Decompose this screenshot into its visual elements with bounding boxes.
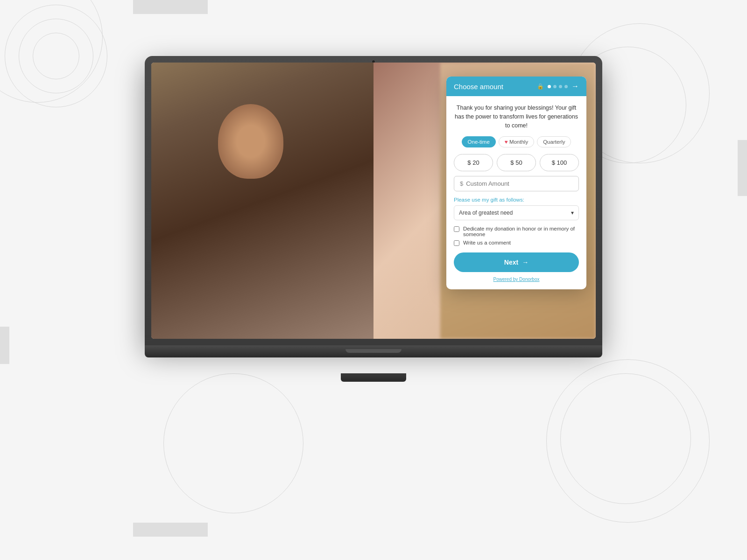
gift-dropdown-value: Area of greatest need [459,210,513,216]
laptop-notch [345,349,402,353]
laptop-stand [341,373,406,382]
modal-header-right: 🔒 → [537,82,579,91]
checkbox-group: Dedicate my donation in honor or in memo… [454,226,579,246]
gift-dropdown[interactable]: Area of greatest need ▾ [454,205,579,220]
bg-rect-right [738,140,747,196]
bg-rect-left [0,327,9,364]
next-label: Next [504,259,518,266]
frequency-tabs: One-time ♥ Monthly Quarterly [454,136,579,147]
bg-circle-bottom-left [163,373,303,513]
amount-btn-50[interactable]: $ 50 [497,154,536,171]
progress-dots [548,85,568,88]
dot-2 [553,85,557,88]
dot-3 [559,85,562,88]
chevron-down-icon: ▾ [571,210,574,216]
modal-tagline: Thank you for sharing your blessings! Yo… [454,104,579,130]
dot-4 [564,85,568,88]
custom-amount-wrapper: $ [454,176,579,191]
donation-modal: Choose amount 🔒 → [446,77,586,289]
dollar-sign: $ [460,180,463,187]
laptop-body: Choose amount 🔒 → [145,56,602,345]
bg-circle-4 [33,33,79,79]
modal-header: Choose amount 🔒 → [446,77,586,96]
checkbox-comment-label: Write us a comment [463,240,511,245]
child-photo [151,63,374,339]
tab-one-time[interactable]: One-time [462,136,496,147]
laptop-screen: Choose amount 🔒 → [151,63,596,339]
laptop-base [145,345,602,357]
header-arrow-icon[interactable]: → [571,82,579,91]
child-face [218,104,283,179]
amount-buttons: $ 20 $ 50 $ 100 [454,154,579,171]
checkbox-dedicate[interactable]: Dedicate my donation in honor or in memo… [454,226,579,237]
checkbox-comment[interactable]: Write us a comment [454,240,579,246]
next-button[interactable]: Next → [454,252,579,272]
bg-rect-top [133,0,208,14]
modal-title: Choose amount [454,83,503,91]
checkbox-dedicate-label: Dedicate my donation in honor or in memo… [463,226,579,237]
modal-body: Thank you for sharing your blessings! Yo… [446,96,586,289]
next-arrow-icon: → [522,259,529,266]
bg-circle-bottom-right-2 [560,373,691,504]
amount-btn-100[interactable]: $ 100 [540,154,579,171]
dot-1 [548,85,551,88]
tab-monthly[interactable]: ♥ Monthly [499,136,534,147]
bg-rect-bottom [133,523,208,537]
laptop-wrapper: Choose amount 🔒 → [145,56,602,373]
powered-by-donorbox[interactable]: Powered by Donorbox [454,277,579,282]
tab-quarterly[interactable]: Quarterly [537,136,571,147]
gift-label: Please use my gift as follows: [454,197,579,203]
lock-icon: 🔒 [537,83,544,90]
checkbox-dedicate-input[interactable] [454,226,459,232]
heart-icon: ♥ [505,139,509,145]
checkbox-comment-input[interactable] [454,240,459,246]
amount-btn-20[interactable]: $ 20 [454,154,493,171]
custom-amount-input[interactable] [466,180,573,187]
